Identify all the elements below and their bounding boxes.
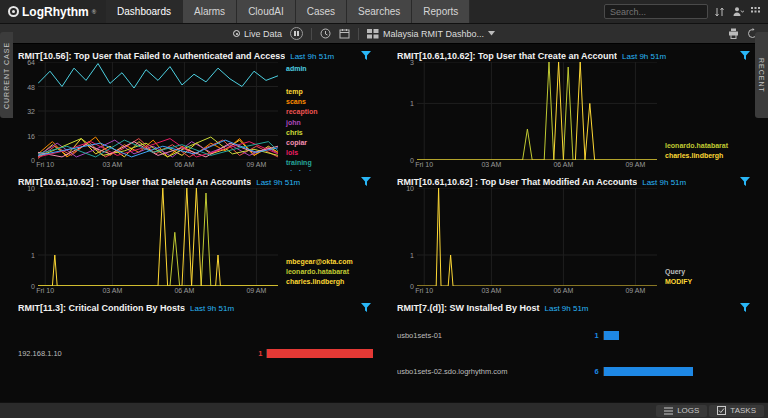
tab-cloudai[interactable]: CloudAI: [237, 0, 296, 23]
legend-item[interactable]: temp: [286, 87, 373, 97]
plot-area: [417, 188, 657, 286]
x-tick-label: 09 AM: [625, 287, 645, 294]
panel-title: RMIT[7.(d)]: SW Installed By Host: [397, 303, 540, 313]
panel-header: RMIT[10.56]: Top User that Failed to Aut…: [16, 49, 373, 62]
tab-dashboards[interactable]: Dashboards: [106, 0, 183, 23]
apps-menu-icon[interactable]: [751, 7, 760, 16]
bar-row: usbo1sets-011: [397, 330, 752, 342]
line-chart-deleted-accounts[interactable]: 0110Fri 1003 AM06 AM09 AMmbegear@okta.co…: [16, 188, 373, 297]
series-line-MODIFY[interactable]: [417, 188, 657, 286]
calendar-icon[interactable]: [339, 28, 350, 39]
current-case-tab[interactable]: CURRENT CASE: [0, 32, 13, 118]
filter-icon[interactable]: [740, 303, 750, 313]
filter-icon[interactable]: [361, 303, 371, 313]
legend-item[interactable]: charles.lindbergh: [286, 277, 373, 287]
plot-column: Fri 1003 AM06 AM09 AM: [38, 62, 278, 171]
y-axis: 016324864: [16, 62, 38, 171]
legend-item[interactable]: lols: [286, 148, 373, 158]
bar[interactable]: [604, 331, 619, 340]
tasks-check-icon: [717, 406, 726, 415]
sort-options-icon[interactable]: [715, 7, 725, 17]
panel-timestamp: Last 9h 51m: [190, 304, 234, 313]
legend: mbegear@okta.comleonardo.hatabaratcharle…: [278, 188, 373, 297]
bar-track: [603, 331, 752, 340]
panel-modified-accounts: RMIT[10.61,10.62] : Top User That Modifi…: [395, 175, 752, 297]
legend-item[interactable]: training: [286, 158, 373, 168]
y-tick-label: 48: [27, 83, 35, 90]
filter-icon[interactable]: [740, 51, 750, 61]
legend-item[interactable]: recaption: [286, 107, 373, 117]
tab-alarms[interactable]: Alarms: [183, 0, 237, 23]
logo-text: LogRhythm: [22, 5, 89, 19]
legend-item[interactable]: copiar: [286, 138, 373, 148]
legend-item[interactable]: leonardo.hatabarat: [286, 267, 373, 277]
logs-tab[interactable]: LOGS: [656, 405, 707, 417]
legend-item[interactable]: mbegear@okta.com: [286, 257, 373, 267]
print-icon[interactable]: [728, 28, 739, 39]
line-chart-create-account[interactable]: 013Fri 1003 AM06 AM09 AMleonardo.hatabar…: [395, 62, 752, 171]
search-input[interactable]: [604, 4, 708, 19]
panel-header: RMIT[10.61,10.62]: Top User that Create …: [395, 49, 752, 62]
legend-item[interactable]: student: [286, 168, 373, 171]
toolbar-divider: [311, 28, 312, 40]
filter-icon[interactable]: [361, 177, 371, 187]
bar-chart-critical-condition[interactable]: 192.168.1.101: [16, 314, 373, 397]
bar-value-label: 6: [589, 367, 603, 376]
series-line-charles.lindbergh[interactable]: [417, 62, 657, 160]
bar-row: usbo1sets-02.sdo.logrhythm.com6: [397, 365, 752, 377]
y-tick-label: 1: [410, 100, 414, 107]
x-axis: Fri 1003 AM06 AM09 AM: [417, 160, 657, 171]
bar[interactable]: [604, 367, 693, 376]
bar-row: 192.168.1.101: [18, 348, 373, 360]
tab-cases[interactable]: Cases: [296, 0, 347, 23]
legend-item[interactable]: john: [286, 118, 373, 128]
panel-sw-installed: RMIT[7.(d)]: SW Installed By Host Last 9…: [395, 301, 752, 397]
x-tick-label: 09 AM: [246, 287, 266, 294]
series-line-leonardo.hatabarat[interactable]: [38, 193, 278, 286]
panel-title: RMIT[11.3]: Critical Condition By Hosts: [18, 303, 185, 313]
filter-icon[interactable]: [740, 177, 750, 187]
legend-item[interactable]: leonardo.hatabarat: [665, 141, 752, 151]
series-line-charles.lindbergh[interactable]: [38, 188, 278, 286]
legend-item[interactable]: MODIFY: [665, 277, 752, 287]
series-line-admin[interactable]: [38, 64, 278, 89]
bar-chart-sw-installed[interactable]: usbo1sets-011usbo1sets-02.sdo.logrhythm.…: [395, 314, 752, 397]
panel-header: RMIT[10.61,10.62] : Top User that Delete…: [16, 175, 373, 188]
legend-item[interactable]: chris: [286, 128, 373, 138]
legend-item[interactable]: scans: [286, 97, 373, 107]
line-chart-modified-accounts[interactable]: 0110Fri 1003 AM06 AM09 AMQueryMODIFY: [395, 188, 752, 297]
panel-header: RMIT[11.3]: Critical Condition By Hosts …: [16, 301, 373, 314]
logs-list-icon: [664, 407, 673, 415]
filter-icon[interactable]: [361, 51, 371, 61]
legend-item[interactable]: charles.lindbergh: [665, 151, 752, 161]
series-line-leonardo.hatabarat[interactable]: [417, 62, 657, 160]
legend: leonardo.hatabaratcharles.lindbergh: [657, 62, 752, 171]
live-data-indicator[interactable]: Live Data: [233, 29, 282, 39]
bar[interactable]: [267, 349, 373, 358]
y-tick-label: 3: [410, 59, 414, 66]
legend-item[interactable]: admin: [286, 64, 373, 74]
chevron-down-icon: [488, 31, 495, 36]
panel-timestamp: Last 9h 51m: [642, 178, 686, 187]
time-range-icon[interactable]: [320, 28, 331, 39]
panel-title: RMIT[10.61,10.62]: Top User that Create …: [397, 51, 617, 61]
tab-searches[interactable]: Searches: [347, 0, 412, 23]
x-tick-label: 03 AM: [481, 287, 501, 294]
dashboard-toolbar: Live Data Malaysia RMIT Dashbo...: [0, 24, 768, 44]
live-data-icon: [233, 30, 240, 37]
registered-mark: ®: [92, 9, 96, 15]
plot-area: [417, 62, 657, 160]
tasks-tab[interactable]: TASKS: [709, 405, 764, 417]
tab-reports[interactable]: Reports: [412, 0, 470, 23]
dashboard-selector[interactable]: Malaysia RMIT Dashbo...: [367, 29, 495, 39]
series-line-mbegear@okta.com[interactable]: [38, 188, 278, 286]
legend: admintempscansrecaptionjohnchriscopiarlo…: [278, 62, 373, 171]
line-chart-failed-auth[interactable]: 016324864Fri 1003 AM06 AM09 AMadmintemps…: [16, 62, 373, 171]
dashboard-grid: RMIT[10.56]: Top User that Failed to Aut…: [0, 44, 768, 402]
recent-tab[interactable]: RECENT: [755, 32, 768, 118]
panel-timestamp: Last 9h 51m: [545, 304, 589, 313]
pause-button[interactable]: [290, 27, 303, 40]
panel-critical-condition: RMIT[11.3]: Critical Condition By Hosts …: [16, 301, 373, 397]
user-menu[interactable]: [732, 6, 744, 17]
legend-item[interactable]: Query: [665, 267, 752, 277]
